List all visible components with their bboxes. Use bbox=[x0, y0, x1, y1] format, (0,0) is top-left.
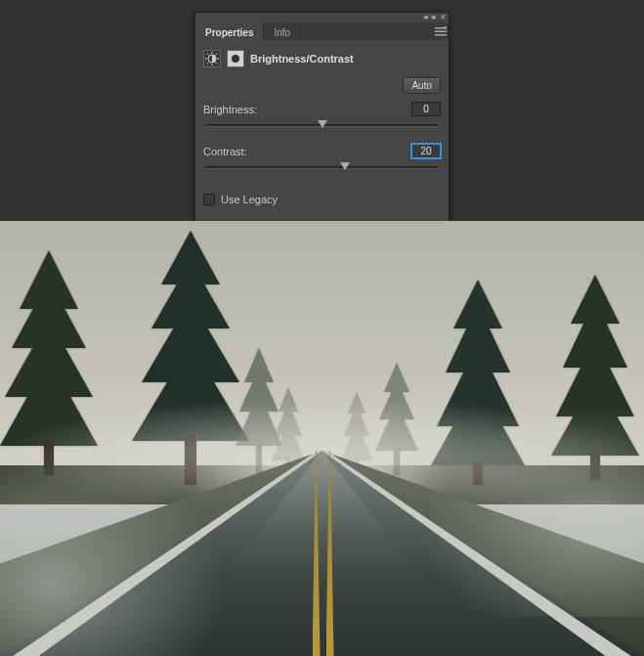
use-legacy-row: Use Legacy bbox=[203, 184, 441, 223]
close-icon[interactable]: ✕ bbox=[440, 14, 447, 22]
brightness-contrast-icon[interactable] bbox=[203, 50, 221, 67]
svg-rect-1 bbox=[435, 31, 447, 33]
contrast-row: Contrast: bbox=[203, 142, 441, 184]
layer-mask-icon[interactable] bbox=[227, 50, 244, 67]
use-legacy-label: Use Legacy bbox=[221, 194, 278, 205]
brightness-input[interactable] bbox=[411, 102, 441, 116]
svg-line-12 bbox=[216, 54, 217, 55]
contrast-slider[interactable] bbox=[205, 162, 439, 174]
panel-titlebar: ◄◄ ✕ bbox=[195, 13, 449, 22]
auto-button[interactable]: Auto bbox=[403, 77, 441, 94]
panel-tabs: Properties Info bbox=[195, 22, 449, 40]
svg-rect-2 bbox=[435, 34, 447, 36]
brightness-row: Brightness: bbox=[203, 100, 441, 142]
brightness-slider[interactable] bbox=[205, 120, 439, 132]
adjustment-title: Brightness/Contrast bbox=[250, 53, 354, 65]
tab-properties[interactable]: Properties bbox=[195, 22, 264, 40]
tab-info[interactable]: Info bbox=[264, 22, 301, 40]
svg-line-11 bbox=[207, 63, 208, 64]
canvas-image bbox=[0, 221, 644, 656]
properties-panel: ◄◄ ✕ Properties Info bbox=[194, 12, 450, 255]
panel-body: Brightness/Contrast Auto Brightness: Con… bbox=[195, 40, 449, 227]
collapse-icon[interactable]: ◄◄ bbox=[421, 14, 437, 22]
svg-line-9 bbox=[207, 54, 208, 55]
contrast-input[interactable] bbox=[411, 144, 441, 158]
use-legacy-checkbox[interactable] bbox=[203, 194, 215, 205]
panel-menu-icon[interactable] bbox=[433, 22, 449, 40]
adjustment-header: Brightness/Contrast bbox=[203, 46, 441, 75]
brightness-label: Brightness: bbox=[203, 104, 257, 115]
svg-line-10 bbox=[216, 63, 217, 64]
contrast-label: Contrast: bbox=[203, 146, 247, 157]
